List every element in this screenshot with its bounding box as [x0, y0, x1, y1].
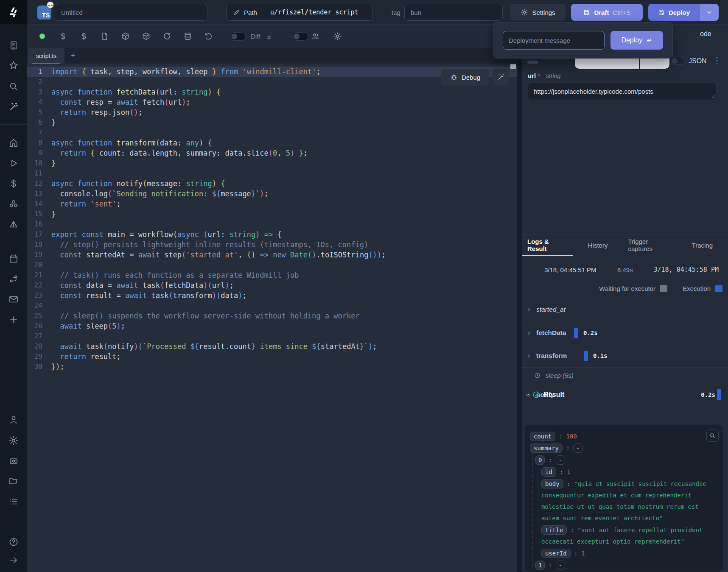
- json-row-userId[interactable]: userId : 1: [541, 548, 718, 559]
- url-input[interactable]: https://jsonplaceholder.typicode.com/pos…: [528, 83, 717, 100]
- code-line-25[interactable]: 25 // sleep() suspends the workflow serv…: [27, 311, 517, 321]
- add-tab-button[interactable]: +: [64, 48, 81, 64]
- code-line-30[interactable]: 30});: [27, 362, 517, 372]
- json-row-1[interactable]: 1 : -: [535, 560, 718, 571]
- json-row-title[interactable]: title : "sunt aut facere repellat provid…: [541, 525, 718, 547]
- sidebar-item-arrow-right[interactable]: [8, 555, 19, 565]
- sidebar-item-building[interactable]: [8, 40, 19, 50]
- code-line-7[interactable]: 7: [27, 128, 517, 138]
- toolbar-package[interactable]: [141, 32, 151, 41]
- code-line-19[interactable]: 19 const startedAt = await step('started…: [27, 250, 517, 260]
- code-line-28[interactable]: 28 await task(notify)(`Processed ${resul…: [27, 341, 517, 352]
- code-line-18[interactable]: 18 // step() persists lightweight inline…: [27, 240, 517, 250]
- toolbar-collab-toggle[interactable]: [292, 32, 308, 41]
- json-key-pill[interactable]: 0: [535, 455, 545, 465]
- sidebar-item-gear[interactable]: [8, 435, 19, 446]
- code-line-4[interactable]: 4 const resp = await fetch(url);: [27, 97, 517, 107]
- sidebar-item-search[interactable]: [8, 81, 19, 92]
- tab-logs-result[interactable]: Logs & Result: [522, 234, 573, 256]
- popup-deploy-button[interactable]: Deploy↵: [610, 31, 663, 50]
- toolbar-run-indicator[interactable]: [37, 32, 47, 41]
- sidebar-item-help[interactable]: [8, 537, 19, 547]
- code-line-23[interactable]: 23 const result = await task(transform)(…: [27, 290, 517, 301]
- sidebar-item-pyramid[interactable]: [8, 220, 19, 230]
- code-line-12[interactable]: 12async function notify(message: string)…: [27, 179, 517, 189]
- panel-splitter[interactable]: [517, 25, 522, 572]
- sidebar-item-cubes[interactable]: [8, 199, 19, 209]
- json-row-id[interactable]: id : 1: [541, 466, 718, 478]
- json-view-toggle[interactable]: [671, 57, 685, 65]
- code-line-9[interactable]: 9 return { count: data.length, summary: …: [27, 148, 517, 158]
- sidebar-item-play[interactable]: [8, 158, 19, 168]
- code-line-17[interactable]: 17export const main = workflow(async (ur…: [27, 229, 517, 240]
- code-line-10[interactable]: 10}: [27, 158, 517, 168]
- tab-trigger-captures[interactable]: Trigger captures: [623, 234, 676, 256]
- toolbar-users[interactable]: [311, 32, 320, 41]
- result-search-button[interactable]: [706, 430, 719, 442]
- json-value[interactable]: -: [556, 455, 565, 465]
- code-line-3[interactable]: 3async function fetchData(url: string) {: [27, 87, 517, 97]
- sidebar-item-list[interactable]: [8, 497, 19, 507]
- code-line-16[interactable]: 16: [27, 219, 517, 229]
- sidebar-item-folder[interactable]: [8, 476, 19, 486]
- debug-button[interactable]: Debug: [441, 69, 489, 86]
- timeline-row-sleeps[interactable]: sleep (5s): [522, 368, 728, 383]
- editor-scrollbar-thumb[interactable]: [510, 64, 516, 69]
- script-name-input[interactable]: Untitled: [55, 4, 207, 21]
- code-line-13[interactable]: 13 console.log(`Sending notification: ${…: [27, 189, 517, 199]
- sidebar-item-star[interactable]: [8, 60, 19, 70]
- code-line-11[interactable]: 11: [27, 168, 517, 179]
- deployment-message-input[interactable]: Deployment message: [503, 31, 605, 50]
- code-line-6[interactable]: 6}: [27, 117, 517, 128]
- code-line-14[interactable]: 14 return 'sent';: [27, 199, 517, 209]
- toolbar-database[interactable]: [183, 32, 192, 41]
- sidebar-item-dollar[interactable]: [8, 179, 19, 189]
- json-row-0[interactable]: 0 : -: [535, 455, 718, 466]
- code-editor[interactable]: 1import { task, step, workflow, sleep } …: [27, 64, 517, 572]
- toolbar-file[interactable]: [100, 32, 109, 41]
- sidebar-item-route[interactable]: [8, 274, 19, 284]
- settings-button[interactable]: Settings: [510, 4, 566, 21]
- json-key-pill[interactable]: title: [541, 525, 567, 535]
- timeline-row-fetchData[interactable]: ›fetchData0.2s: [522, 321, 728, 344]
- sidebar-item-calendar[interactable]: [8, 254, 19, 264]
- kebab-menu-icon[interactable]: ⋮: [713, 56, 721, 64]
- json-row-body[interactable]: body : "quia et suscipit suscipit recusa…: [541, 478, 718, 524]
- json-key-pill[interactable]: 1: [535, 561, 545, 570]
- draft-button[interactable]: DraftCtrl+S: [571, 4, 643, 21]
- json-key-pill[interactable]: body: [541, 479, 563, 488]
- sidebar-item-user[interactable]: [8, 415, 19, 425]
- toolbar-package[interactable]: [120, 32, 130, 41]
- ai-assistant-button[interactable]: [493, 69, 509, 86]
- json-value[interactable]: -: [556, 561, 565, 570]
- code-line-8[interactable]: 8async function transform(data: any) {: [27, 138, 517, 148]
- code-line-27[interactable]: 27: [27, 331, 517, 341]
- toolbar-refresh[interactable]: [204, 32, 213, 41]
- toolbar-gear[interactable]: [333, 32, 342, 41]
- code-line-20[interactable]: 20: [27, 260, 517, 270]
- timeline-row-transform[interactable]: ›transform0.1s: [522, 344, 728, 368]
- code-line-29[interactable]: 29 return result;: [27, 352, 517, 362]
- tab-tracing[interactable]: Tracing: [687, 234, 718, 256]
- code-line-22[interactable]: 22 const data = await task(fetchData)(ur…: [27, 280, 517, 290]
- json-value[interactable]: -: [573, 444, 582, 453]
- sidebar-item-plus[interactable]: [8, 315, 19, 325]
- code-line-24[interactable]: 24: [27, 301, 517, 311]
- sidebar-item-mail[interactable]: [8, 294, 19, 304]
- tag-input[interactable]: bun: [404, 4, 503, 21]
- json-key-pill[interactable]: id: [541, 467, 556, 477]
- resize-grip-icon[interactable]: [711, 94, 716, 99]
- result-json-viewer[interactable]: count : 100summary : -0 : -id : 1body : …: [525, 425, 723, 572]
- windmill-logo[interactable]: [0, 0, 27, 25]
- deploy-options-button[interactable]: [699, 4, 719, 21]
- json-key-pill[interactable]: summary: [530, 444, 563, 453]
- toolbar-dollar[interactable]: [58, 32, 67, 41]
- deploy-button[interactable]: Deploy: [648, 4, 699, 21]
- json-key-pill[interactable]: userId: [541, 549, 571, 558]
- sidebar-item-wand[interactable]: [8, 102, 19, 112]
- toolbar-diff-toggle[interactable]: [230, 32, 246, 41]
- json-key-pill[interactable]: count: [530, 432, 555, 441]
- code-line-21[interactable]: 21 // task() runs each function as a sep…: [27, 270, 517, 280]
- result-header[interactable]: › Result: [522, 383, 728, 406]
- sidebar-item-robot[interactable]: [8, 456, 19, 466]
